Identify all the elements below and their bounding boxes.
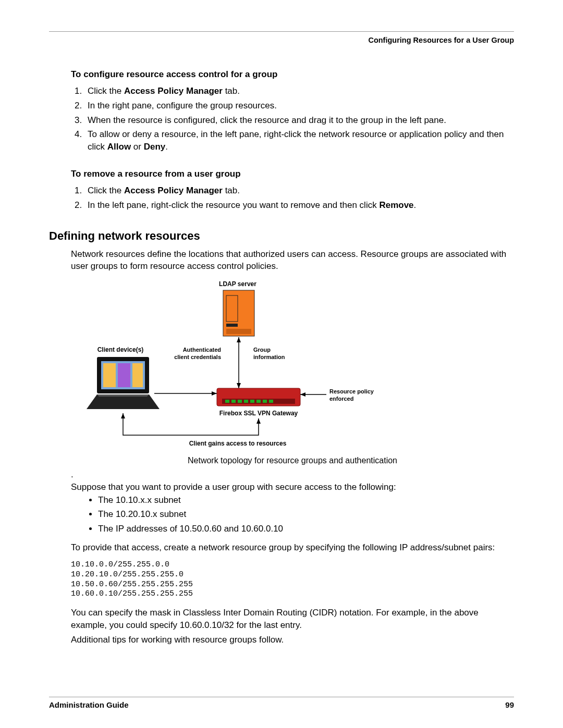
svg-rect-25 <box>269 400 273 403</box>
bold-text: Allow <box>107 142 131 152</box>
network-diagram: LDAP server Authenticated client credent… <box>71 279 436 451</box>
svg-rect-21 <box>244 400 248 403</box>
client-label: Client device(s) <box>97 346 144 353</box>
text: . <box>414 200 417 210</box>
text: or <box>131 142 144 152</box>
svg-marker-15 <box>212 391 217 396</box>
step: In the left pane, right-click the resour… <box>84 199 514 212</box>
svg-rect-22 <box>250 400 254 403</box>
figure: LDAP server Authenticated client credent… <box>71 279 514 465</box>
figure-caption: Network topology for resource groups and… <box>71 456 514 465</box>
page: Configuring Resources for a User Group T… <box>0 0 563 728</box>
svg-rect-2 <box>226 324 238 327</box>
step: To allow or deny a resource, in the left… <box>84 128 514 153</box>
svg-rect-3 <box>226 329 251 334</box>
to-provide-paragraph: To provide that access, create a network… <box>71 541 514 554</box>
svg-rect-18 <box>225 400 229 403</box>
svg-rect-11 <box>132 363 143 387</box>
text: tab. <box>223 86 240 96</box>
bottom-flow-label: Client gains access to resources <box>189 440 287 447</box>
ldap-server-icon <box>223 290 254 336</box>
svg-marker-5 <box>237 337 241 342</box>
svg-marker-29 <box>256 418 261 424</box>
procedure-1-steps: Click the Access Policy Manager tab. In … <box>71 85 514 153</box>
bold-text: Access Policy Manager <box>124 86 223 96</box>
firebox-gateway-icon <box>217 388 300 406</box>
policy-label-1: Resource policy <box>329 388 374 394</box>
page-footer: Administration Guide 99 <box>49 697 514 709</box>
procedure-2-steps: Click the Access Policy Manager tab. In … <box>71 184 514 212</box>
text: Click the <box>88 186 124 195</box>
bold-text: Access Policy Manager <box>124 186 223 195</box>
intro-paragraph: Network resources define the locations t… <box>71 248 514 273</box>
step: When the resource is configured, click t… <box>84 114 514 127</box>
ip-subnet-code: 10.10.0.0/255.255.0.0 10.20.10.0/255.255… <box>71 560 514 599</box>
access-bullets: The 10.10.x.x subnet The 10.20.10.x subn… <box>85 493 514 536</box>
footer-guide-title: Administration Guide <box>49 700 129 709</box>
text: tab. <box>223 186 240 195</box>
footer-rule <box>49 697 514 697</box>
svg-rect-10 <box>118 363 130 387</box>
procedure-1-title: To configure resource access control for… <box>71 69 514 80</box>
after-caption: . Suppose that you want to provide a use… <box>71 468 514 493</box>
svg-rect-19 <box>231 400 236 403</box>
svg-marker-12 <box>87 394 160 409</box>
svg-marker-6 <box>237 383 241 388</box>
list-item: The 10.10.x.x subnet <box>98 493 514 507</box>
bold-text: Remove <box>379 200 413 210</box>
suppose-text: Suppose that you want to provide a user … <box>71 482 396 492</box>
cidr-paragraph: You can specify the mask in Classless In… <box>71 607 514 632</box>
svg-rect-24 <box>263 400 267 403</box>
text: Click the <box>88 86 124 96</box>
top-rule <box>49 31 514 32</box>
ldap-label: LDAP server <box>219 280 256 288</box>
tips-paragraph: Additional tips for working with resourc… <box>71 634 514 646</box>
svg-marker-27 <box>300 392 305 397</box>
text: In the left pane, right-click the resour… <box>88 200 379 210</box>
section-heading: Defining network resources <box>49 229 514 243</box>
policy-label-2: enforced <box>329 396 353 402</box>
auth-label-1: Authenticated <box>183 347 221 353</box>
svg-rect-20 <box>238 400 242 403</box>
text: When the resource is configured, click t… <box>88 115 446 125</box>
procedure-2-title: To remove a resource from a user group <box>71 169 514 179</box>
svg-marker-13 <box>97 394 149 397</box>
svg-rect-9 <box>103 363 116 387</box>
dot: . <box>71 470 74 479</box>
list-item: The IP addresses of 10.50.0.60 and 10.60… <box>98 522 514 536</box>
gateway-label: Firebox SSL VPN Gateway <box>219 410 298 417</box>
bold-text: Deny <box>144 142 166 152</box>
group-label-2: information <box>253 354 285 360</box>
text: . <box>165 142 168 152</box>
group-label-1: Group <box>253 347 271 353</box>
step: Click the Access Policy Manager tab. <box>84 184 514 197</box>
text: In the right pane, configure the group r… <box>88 101 277 110</box>
step: Click the Access Policy Manager tab. <box>84 85 514 97</box>
svg-rect-23 <box>256 400 261 403</box>
svg-marker-28 <box>121 413 125 418</box>
running-header: Configuring Resources for a User Group <box>49 36 514 44</box>
laptop-icon <box>87 357 160 409</box>
auth-label-2: client credentials <box>174 354 221 360</box>
step: In the right pane, configure the group r… <box>84 100 514 112</box>
page-number: 99 <box>505 700 514 709</box>
list-item: The 10.20.10.x subnet <box>98 508 514 521</box>
